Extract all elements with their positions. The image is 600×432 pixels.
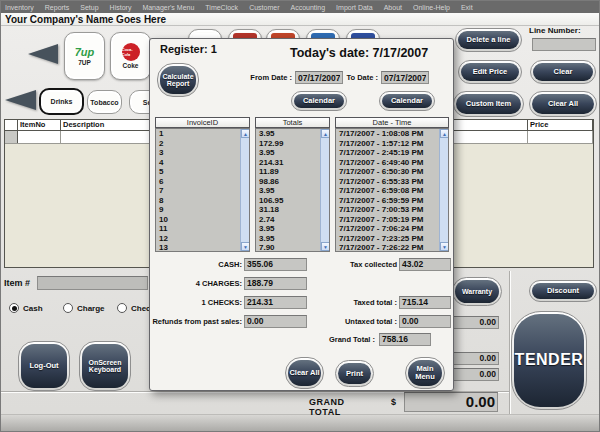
scroll-down-icon[interactable]: ▼ — [241, 242, 250, 251]
from-calendar-button[interactable]: Calendar — [291, 91, 347, 111]
invoice-datetime-row[interactable]: 7/17/2007 - 2:45:19 PM — [336, 148, 439, 158]
menu-item-inventory[interactable]: Inventory — [5, 4, 34, 11]
invoice-id-row[interactable]: 11 — [156, 224, 240, 234]
scroll-up-icon[interactable]: ▲ — [440, 129, 449, 138]
invoice-id-row[interactable]: 8 — [156, 196, 240, 206]
invoice-total-row[interactable]: 31.18 — [256, 205, 320, 215]
invoice-datetime-row[interactable]: 7/17/2007 - 7:23:25 PM — [336, 234, 439, 244]
invoice-datetime-row[interactable]: 7/17/2007 - 6:59:59 PM — [336, 196, 439, 206]
refunds-label: Refunds from past sales: — [142, 317, 242, 326]
invoice-total-row[interactable]: 98.86 — [256, 177, 320, 187]
onscreen-keyboard-button[interactable]: OnScreen Keyboard — [79, 341, 131, 391]
scrollbar[interactable]: ▲ ▼ — [320, 129, 329, 251]
to-calendar-button[interactable]: Calendar — [379, 91, 435, 111]
menu-item-about[interactable]: About — [384, 4, 402, 11]
edit-price-button[interactable]: Edit Price — [458, 60, 522, 84]
to-date-input[interactable] — [381, 71, 429, 84]
prev-tabs-arrow-icon[interactable] — [5, 90, 36, 110]
menu-item-setup[interactable]: Setup — [80, 4, 98, 11]
invoice-datetime-row[interactable]: 7/17/2007 - 7:00:53 PM — [336, 205, 439, 215]
product-button-coke[interactable]: Coca-Cola Coke — [110, 32, 151, 80]
dialog-print-button[interactable]: Print — [335, 360, 374, 387]
invoice-total-row[interactable]: 3.95 — [256, 148, 320, 158]
menu-item-import-data[interactable]: Import Data — [336, 4, 373, 11]
custom-item-button[interactable]: Custom Item — [453, 91, 524, 117]
charges-label: 4 CHARGES: — [150, 279, 242, 288]
invoice-id-row[interactable]: 3 — [156, 148, 240, 158]
from-date-label: From Date : — [212, 73, 292, 82]
invoice-datetime-row[interactable]: 7/17/2007 - 6:49:40 PM — [336, 158, 439, 168]
invoice-datetime-row[interactable]: 7/17/2007 - 6:55:33 PM — [336, 177, 439, 187]
menu-item-exit[interactable]: Exit — [461, 4, 473, 11]
invoice-id-row[interactable]: 2 — [156, 139, 240, 149]
dialog-clear-all-button[interactable]: Clear All — [285, 357, 324, 389]
tender-button[interactable]: TENDER — [511, 311, 587, 410]
scroll-up-icon[interactable]: ▲ — [241, 129, 250, 138]
invoice-total-row[interactable]: 3.95 — [256, 129, 320, 139]
invoice-id-row[interactable]: 1 — [156, 129, 240, 139]
logout-button[interactable]: Log-Out — [18, 341, 70, 391]
invoice-total-row[interactable]: 11.89 — [256, 167, 320, 177]
invoice-datetime-row[interactable]: 7/17/2007 - 1:57:12 PM — [336, 139, 439, 149]
menu-item-timeclock[interactable]: TimeClock — [205, 4, 238, 11]
invoice-datetime-row[interactable]: 7/17/2007 - 7:06:24 PM — [336, 224, 439, 234]
discount-button[interactable]: Discount — [529, 280, 597, 302]
invoice-id-row[interactable]: 13 — [156, 243, 240, 252]
invoice-id-row[interactable]: 7 — [156, 186, 240, 196]
menu-item-reports[interactable]: Reports — [45, 4, 70, 11]
warranty-button[interactable]: Warranty — [452, 277, 502, 306]
delete-line-button[interactable]: Delete a line — [455, 28, 522, 52]
invoice-total-row[interactable]: 3.95 — [256, 234, 320, 244]
company-bar: Your Company's Name Goes Here — [1, 13, 600, 26]
from-date-input[interactable] — [295, 71, 343, 84]
menu-item-accounting[interactable]: Accounting — [290, 4, 325, 11]
scrollbar[interactable]: ▲ ▼ — [240, 129, 249, 251]
prev-products-arrow-icon[interactable] — [28, 44, 58, 64]
select-column-header — [5, 120, 18, 130]
menu-item-online-help[interactable]: Online-Help — [413, 4, 450, 11]
clear-all-button[interactable]: Clear All — [529, 91, 597, 117]
clear-button[interactable]: Clear — [530, 60, 596, 84]
product-button-7up[interactable]: 7up 7UP — [64, 32, 105, 80]
invoice-id-row[interactable]: 5 — [156, 167, 240, 177]
invoice-total-row[interactable]: 172.99 — [256, 139, 320, 149]
invoice-total-row[interactable]: 2.74 — [256, 215, 320, 225]
scroll-down-icon[interactable]: ▼ — [440, 242, 449, 251]
tab-drinks[interactable]: Drinks — [39, 88, 84, 115]
price-header: Price — [528, 120, 593, 130]
invoice-total-row[interactable]: 214.31 — [256, 158, 320, 168]
menu-item-manager-s-menu[interactable]: Manager's Menu — [142, 4, 194, 11]
invoice-id-row[interactable]: 9 — [156, 205, 240, 215]
invoice-id-row[interactable]: 4 — [156, 158, 240, 168]
payment-radio-charge[interactable]: Charge — [63, 303, 105, 313]
invoice-id-row[interactable]: 6 — [156, 177, 240, 187]
invoice-id-row[interactable]: 10 — [156, 215, 240, 225]
menu-item-history[interactable]: History — [110, 4, 132, 11]
invoice-total-row[interactable]: 3.95 — [256, 224, 320, 234]
item-number-input[interactable] — [37, 276, 148, 290]
menu-item-customer[interactable]: Customer — [249, 4, 279, 11]
product-label: 7UP — [78, 59, 91, 66]
dialog-main-menu-button[interactable]: Main Menu — [405, 357, 445, 389]
invoice-datetime-row[interactable]: 7/17/2007 - 6:50:30 PM — [336, 167, 439, 177]
invoice-datetime-row[interactable]: 7/17/2007 - 7:26:22 PM — [336, 243, 439, 252]
invoice-datetime-row[interactable]: 7/17/2007 - 6:59:08 PM — [336, 186, 439, 196]
invoice-datetime-row[interactable]: 7/17/2007 - 7:05:19 PM — [336, 215, 439, 225]
line-number-input[interactable] — [532, 38, 596, 51]
calculate-report-button[interactable]: Calculate Report — [157, 63, 199, 97]
invoice-total-row[interactable]: 3.95 — [256, 186, 320, 196]
payment-radio-cash[interactable]: Cash — [9, 303, 43, 313]
grand-total-dialog-label: Grand Total : — [270, 335, 375, 344]
invoice-total-row[interactable]: 7.90 — [256, 243, 320, 252]
scroll-up-icon[interactable]: ▲ — [321, 129, 330, 138]
invoice-datetime-row[interactable]: 7/17/2007 - 1:08:08 PM — [336, 129, 439, 139]
tab-tobacco[interactable]: Tobacco — [87, 90, 122, 114]
scroll-down-icon[interactable]: ▼ — [321, 242, 330, 251]
datetime-list[interactable]: 7/17/2007 - 1:08:08 PM7/17/2007 - 1:57:1… — [335, 128, 449, 252]
invoice-total-row[interactable]: 106.95 — [256, 196, 320, 206]
totals-list[interactable]: 3.95172.993.95214.3111.8998.863.95106.95… — [255, 128, 330, 252]
scrollbar[interactable]: ▲ ▼ — [439, 129, 448, 251]
payment-label: Cash — [23, 304, 43, 313]
invoice-id-row[interactable]: 12 — [156, 234, 240, 244]
invoiceid-list[interactable]: 12345678910111213 ▲ ▼ — [155, 128, 250, 252]
